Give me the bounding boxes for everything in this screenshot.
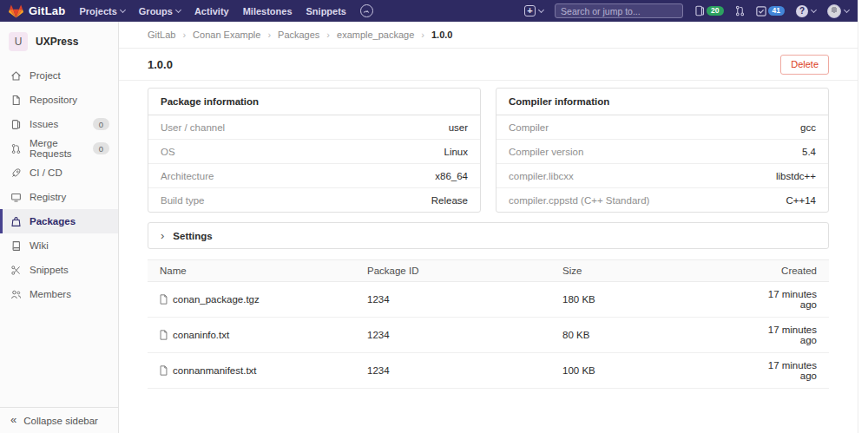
- dashboard-icon[interactable]: [360, 4, 373, 17]
- members-icon: [10, 289, 22, 300]
- file-size: 80 KB: [562, 323, 760, 347]
- card-title: Package information: [148, 89, 480, 115]
- rocket-icon: [10, 167, 22, 179]
- file-size: 180 KB: [562, 287, 760, 312]
- page-title: 1.0.0: [148, 58, 173, 71]
- table-row: conan_package.tgz 1234 180 KB 17 minutes…: [148, 282, 829, 318]
- help-menu[interactable]: ?: [796, 5, 816, 17]
- info-row: OS Linux: [148, 140, 480, 164]
- breadcrumb-separator: ›: [182, 30, 186, 40]
- monitor-icon: [10, 192, 22, 203]
- issues-icon: [694, 5, 705, 16]
- col-name: Name: [148, 260, 367, 281]
- file-created: 17 minutes ago: [760, 282, 829, 317]
- home-icon: [10, 70, 22, 82]
- breadcrumb-separator: ›: [326, 30, 330, 40]
- project-name: UXPress: [36, 36, 78, 48]
- project-avatar: U: [9, 32, 28, 51]
- project-sidebar: U UXPress Project Repository Issues 0 Me…: [0, 22, 119, 433]
- file-created: 17 minutes ago: [760, 318, 829, 352]
- new-menu-button[interactable]: +: [524, 5, 543, 16]
- nav-milestones[interactable]: Milestones: [243, 6, 293, 16]
- issues-count-badge: 20: [707, 6, 723, 16]
- delete-button[interactable]: Delete: [780, 55, 829, 75]
- sidebar-item-snippets[interactable]: Snippets: [0, 258, 118, 282]
- file-icon: [159, 294, 168, 305]
- sidebar-item-ci-cd[interactable]: CI / CD: [0, 161, 118, 185]
- file-package-id: 1234: [367, 287, 562, 312]
- file-package-id: 1234: [367, 358, 562, 383]
- search-input[interactable]: [561, 6, 678, 16]
- chevron-down-icon: [538, 6, 544, 12]
- issues-shortcut[interactable]: 20: [694, 5, 723, 16]
- chevron-down-icon: [811, 6, 817, 12]
- nav-groups[interactable]: Groups: [139, 6, 181, 16]
- top-navbar: GitLab Projects Groups Activity Mileston…: [0, 0, 858, 22]
- user-menu[interactable]: [827, 4, 849, 18]
- page-header: 1.0.0 Delete: [119, 49, 858, 81]
- issues-icon: [10, 119, 22, 130]
- sidebar-item-merge-requests[interactable]: Merge Requests 0: [0, 136, 118, 161]
- info-row: Build type Release: [148, 188, 480, 212]
- gitlab-tanuki-icon: [9, 4, 23, 18]
- info-row: Architecture x86_64: [148, 164, 480, 188]
- nav-activity[interactable]: Activity: [194, 6, 229, 16]
- sidebar-item-members[interactable]: Members: [0, 282, 118, 306]
- nav-snippets[interactable]: Snippets: [306, 6, 346, 16]
- merge-requests-shortcut[interactable]: [735, 5, 745, 16]
- help-icon: ?: [796, 5, 808, 17]
- todo-check-icon: [756, 6, 766, 16]
- package-bag-icon: [10, 216, 22, 227]
- sidebar-item-repository[interactable]: Repository: [0, 88, 118, 112]
- breadcrumb-version: 1.0.0: [431, 30, 452, 40]
- file-package-id: 1234: [367, 323, 562, 347]
- sidebar-item-wiki[interactable]: Wiki: [0, 233, 118, 258]
- todos-count-badge: 41: [768, 6, 785, 16]
- sidebar-item-project[interactable]: Project: [0, 63, 118, 88]
- file-icon: [159, 330, 168, 340]
- breadcrumb-packages[interactable]: Packages: [278, 30, 319, 40]
- collapse-sidebar-button[interactable]: « Collapse sidebar: [0, 407, 118, 433]
- package-files-table: Name Package ID Size Created conan_packa…: [148, 259, 829, 389]
- breadcrumb-separator: ›: [421, 30, 424, 40]
- file-size: 100 KB: [562, 358, 760, 383]
- file-name[interactable]: connanmanifest.txt: [173, 365, 257, 376]
- table-row: connanmanifest.txt 1234 100 KB 17 minute…: [148, 353, 829, 389]
- sidebar-item-packages[interactable]: Packages: [0, 209, 118, 233]
- chevron-right-icon: ›: [161, 230, 164, 241]
- info-row: Compiler version 5.4: [496, 140, 828, 164]
- user-avatar: [827, 4, 841, 18]
- info-row: User / channel user: [148, 115, 480, 140]
- todos-shortcut[interactable]: 41: [756, 6, 785, 16]
- sidebar-item-issues[interactable]: Issues 0: [0, 112, 118, 136]
- file-name[interactable]: conan_package.tgz: [173, 294, 260, 305]
- col-package-id: Package ID: [367, 260, 562, 281]
- info-row: Compiler gcc: [496, 115, 828, 140]
- chevron-down-icon: [120, 6, 126, 12]
- sidebar-item-registry[interactable]: Registry: [0, 185, 118, 209]
- file-created: 17 minutes ago: [760, 353, 829, 388]
- breadcrumb-gitlab[interactable]: GitLab: [148, 30, 175, 40]
- gitlab-brand[interactable]: GitLab: [9, 4, 65, 18]
- page-scrollbar-track[interactable]: [858, 0, 868, 433]
- settings-expander[interactable]: › Settings: [148, 222, 829, 249]
- col-created: Created: [760, 260, 829, 281]
- scissors-icon: [10, 265, 22, 276]
- breadcrumb-bar: GitLab › Conan Example › Packages › exam…: [119, 22, 858, 49]
- file-icon: [159, 365, 168, 376]
- breadcrumb-project[interactable]: Conan Example: [193, 30, 260, 40]
- global-search[interactable]: [555, 3, 683, 18]
- table-row: conaninfo.txt 1234 80 KB 17 minutes ago: [148, 318, 829, 353]
- project-header[interactable]: U UXPress: [0, 22, 118, 63]
- breadcrumb-package-name[interactable]: example_package: [337, 30, 414, 40]
- merge-request-icon: [735, 5, 745, 16]
- file-name[interactable]: conaninfo.txt: [173, 330, 229, 340]
- col-size: Size: [562, 260, 760, 281]
- merge-request-icon: [10, 143, 22, 154]
- compiler-information-card: Compiler information Compiler gcc Compil…: [496, 88, 829, 213]
- package-information-card: Package information User / channel user …: [148, 88, 481, 213]
- info-row: compiler.cppstd (C++ Standard) C++14: [496, 188, 828, 212]
- brand-name: GitLab: [29, 4, 65, 17]
- nav-projects[interactable]: Projects: [79, 6, 124, 16]
- info-row: compiler.libcxx libstdc++: [496, 164, 828, 188]
